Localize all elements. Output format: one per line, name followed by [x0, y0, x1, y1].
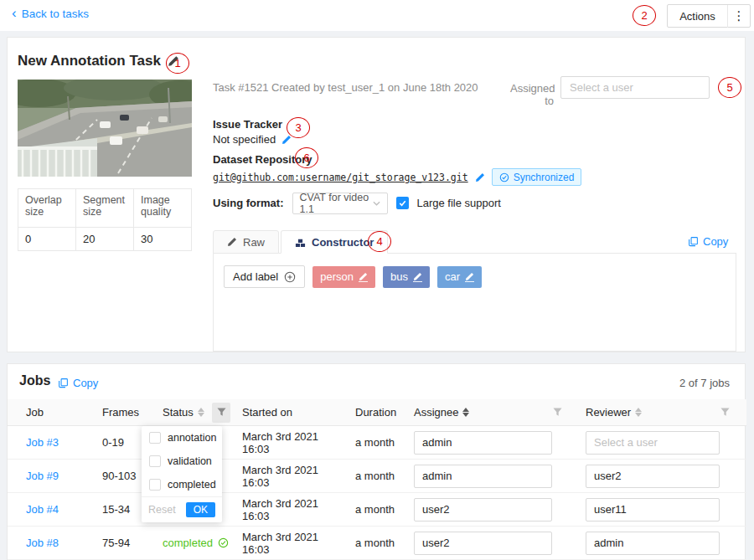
filter-status-icon[interactable]: [212, 403, 230, 423]
started-cell: March 3rd 2021 16:03: [235, 460, 349, 492]
job-link[interactable]: Job #8: [26, 537, 59, 549]
assigned-to-label: Assigned to: [510, 82, 554, 107]
label-tag-car[interactable]: car: [437, 266, 482, 288]
annotation-circle-6: 6: [295, 147, 318, 168]
label-tag-person[interactable]: person: [312, 266, 375, 288]
tab-constructor-label: Constructor: [312, 236, 374, 249]
format-select[interactable]: CVAT for video 1.1: [292, 193, 388, 214]
back-label: Back to tasks: [22, 8, 89, 20]
job-link[interactable]: Job #9: [26, 470, 59, 482]
sync-check-icon: [499, 172, 509, 182]
issue-tracker-label: Issue Tracker: [213, 118, 282, 131]
assignee-input[interactable]: [414, 498, 552, 521]
copy-icon: [688, 236, 699, 247]
filter-ok-button[interactable]: OK: [186, 502, 215, 517]
format-value: CVAT for video 1.1: [300, 192, 373, 215]
dataset-repository-row: git@github.com:username/git_storage_v123…: [213, 168, 581, 186]
column-started: Started on: [235, 399, 349, 425]
sort-status-icon[interactable]: [198, 408, 204, 417]
label-tag-bus[interactable]: bus: [383, 266, 430, 288]
reviewer-input[interactable]: [586, 465, 720, 488]
actions-button[interactable]: Actions ⋮: [667, 4, 751, 28]
label-name: car: [445, 270, 460, 283]
task-details-card: New Annotation Task: [7, 37, 746, 352]
reviewer-input[interactable]: [586, 431, 720, 455]
labels-tabs: Raw Constructor: [213, 230, 388, 254]
check-circle-icon: [218, 537, 229, 548]
task-parameters-table: Overlap size Segment size Image quality …: [18, 188, 192, 251]
reviewer-input[interactable]: [586, 498, 720, 521]
job-link[interactable]: Job #3: [26, 436, 59, 449]
filter-reset-button[interactable]: Reset: [148, 504, 176, 516]
sort-assignee-icon[interactable]: [462, 408, 469, 417]
duration-cell: a month: [349, 527, 407, 559]
edit-label-icon[interactable]: [413, 272, 422, 282]
tab-raw-label: Raw: [243, 236, 265, 249]
column-reviewer: Reviewer: [579, 399, 738, 425]
check-icon: [398, 198, 407, 208]
jobs-card: Jobs Copy 2 of 7 jobs Job Frames Status: [7, 363, 746, 560]
back-to-tasks-link[interactable]: ‹ Back to tasks: [12, 8, 89, 20]
copy-jobs-button[interactable]: Copy: [58, 377, 98, 389]
param-header: Image quality: [134, 189, 192, 228]
copy-label: Copy: [703, 235, 728, 248]
tab-raw[interactable]: Raw: [213, 230, 279, 254]
synchronized-badge[interactable]: Synchronized: [492, 168, 582, 186]
issue-tracker-value: Not specified: [213, 133, 292, 146]
duration-cell: a month: [349, 493, 407, 526]
filter-reviewer-icon[interactable]: [720, 408, 730, 417]
column-assignee: Assignee: [407, 399, 579, 425]
task-preview-image: [18, 80, 192, 177]
filter-option-annotation[interactable]: annotation: [142, 426, 222, 450]
jobs-table: Job Frames Status Started on Duration As…: [8, 399, 746, 560]
copy-labels-button[interactable]: Copy: [688, 235, 728, 248]
job-link[interactable]: Job #4: [26, 503, 59, 516]
column-job: Job: [19, 399, 96, 425]
large-file-checkbox[interactable]: [396, 197, 409, 209]
copy-icon: [58, 378, 69, 388]
edit-label-icon[interactable]: [465, 272, 474, 282]
edit-label-icon[interactable]: [359, 272, 368, 282]
filter-option-completed[interactable]: completed: [142, 473, 222, 496]
annotation-circle-4: 4: [368, 231, 391, 252]
sync-badge-label: Synchronized: [514, 172, 575, 183]
checkbox-icon[interactable]: [149, 479, 161, 491]
filter-assignee-icon[interactable]: [553, 408, 562, 417]
task-assignee-input[interactable]: [560, 76, 710, 99]
status-cell: completed: [156, 527, 235, 559]
checkbox-icon[interactable]: [149, 432, 161, 444]
jobs-table-header: Job Frames Status Started on Duration As…: [8, 399, 746, 426]
checkbox-icon[interactable]: [149, 455, 161, 467]
assignee-input[interactable]: [414, 465, 552, 488]
annotation-circle-3: 3: [287, 117, 310, 138]
filter-option-validation[interactable]: validation: [142, 450, 222, 473]
assignee-input[interactable]: [414, 431, 552, 455]
frames-cell: 75-94: [96, 527, 156, 559]
page-title: New Annotation Task: [18, 53, 179, 69]
column-status: Status: [156, 399, 235, 425]
param-value: 20: [76, 228, 134, 251]
task-meta: Task #1521 Created by test_user_1 on Jun…: [213, 81, 478, 94]
repository-url: git@github.com:username/git_storage_v123…: [213, 172, 468, 183]
started-cell: March 3rd 2021 16:03: [235, 527, 349, 559]
table-row: Job #3 0-19 March 3rd 2021 16:03 a month: [8, 426, 746, 460]
pencil-icon: [227, 237, 237, 247]
filter-footer: Reset OK: [142, 496, 222, 522]
reviewer-input[interactable]: [586, 532, 720, 555]
plus-circle-icon: [284, 271, 296, 283]
format-row: Using format: CVAT for video 1.1 Large f…: [213, 192, 501, 214]
filter-option-label: completed: [168, 479, 216, 491]
labels-panel: Add label person bus car: [213, 253, 736, 352]
assignee-input[interactable]: [414, 532, 552, 555]
sort-reviewer-icon[interactable]: [635, 408, 642, 417]
more-options-icon[interactable]: ⋮: [728, 8, 750, 23]
param-value: 0: [18, 228, 76, 251]
edit-repository-icon[interactable]: [475, 172, 485, 182]
table-row: Job #9 90-103 March 3rd 2021 16:03 a mon…: [8, 460, 746, 493]
filter-option-label: validation: [168, 455, 212, 467]
table-row: Job #8 75-94 completed March 3rd 2021 16…: [8, 527, 746, 560]
build-icon: [295, 237, 306, 248]
started-cell: March 3rd 2021 16:03: [235, 493, 349, 526]
jobs-title: Jobs: [19, 373, 50, 388]
add-label-button[interactable]: Add label: [224, 265, 305, 288]
